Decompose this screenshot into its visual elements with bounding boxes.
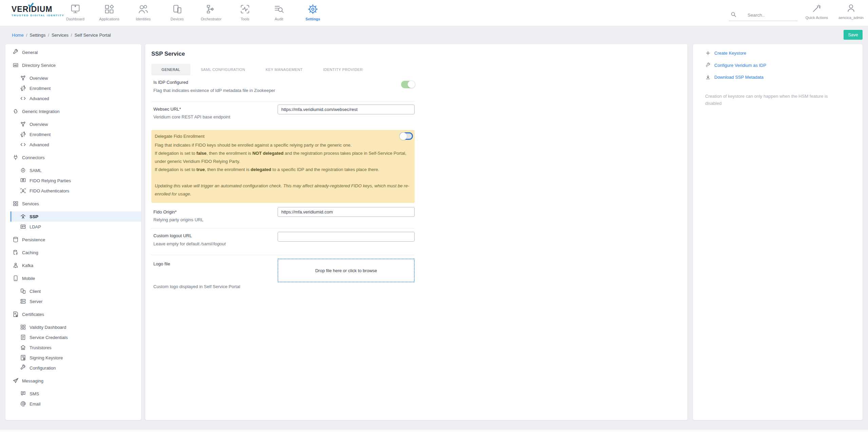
breadcrumb-services[interactable]: Services (52, 33, 69, 38)
sidebar-item-caching[interactable]: Caching (10, 247, 141, 258)
home-lock-icon (20, 344, 26, 351)
sidebar-item-saml[interactable]: SAML (10, 165, 141, 175)
quick-actions-button[interactable]: Quick Actions (801, 3, 832, 20)
sidebar-item-fido-authenticators[interactable]: FIDO Authenticators (10, 186, 141, 196)
ad-box-icon: AD (12, 62, 19, 69)
sidebar-item-connectors[interactable]: Connectors (10, 152, 141, 163)
breadcrumb-separator: / (26, 33, 27, 38)
tab-general[interactable]: GENERAL (151, 64, 190, 75)
is-idp-toggle[interactable] (401, 81, 415, 88)
sidebar-item-client[interactable]: Client (10, 286, 141, 296)
sidebar-item-fido-relying-parties[interactable]: FIDO Relying Parties (10, 175, 141, 186)
nav-label: Settings (296, 17, 330, 21)
id-card-icon (20, 223, 26, 230)
delegate-description-line: Flag that indicates if FIDO keys should … (155, 141, 410, 149)
sidebar-item-mobile[interactable]: Mobile (10, 273, 141, 283)
breadcrumb-settings[interactable]: Settings (30, 33, 45, 38)
people-icon (137, 3, 149, 15)
ssp-service-panel: SSP Service GENERALSAML CONFIGURATIONKEY… (145, 44, 687, 420)
nav-item-settings[interactable]: Settings (296, 0, 330, 26)
configure-veridium-as-idp-link[interactable]: Configure Veridium as IDP (705, 62, 766, 68)
custom-logout-input[interactable] (278, 232, 415, 242)
tab-identity-provider[interactable]: IDENTITY PROVIDER (313, 64, 373, 75)
nav-item-applications[interactable]: Applications (92, 0, 126, 26)
grid4-icon (20, 324, 26, 331)
logo-file-label: Logo file (153, 261, 170, 266)
sidebar-item-persistence[interactable]: Persistence (10, 234, 141, 245)
nav-item-identities[interactable]: Identities (126, 0, 160, 26)
sidebar-item-email[interactable]: Email (10, 399, 141, 409)
tab-saml-configuration[interactable]: SAML CONFIGURATION (190, 64, 255, 75)
logo-wordmark: VERIDIUM (12, 5, 64, 14)
fido-origin-description: Relying party origins URL (153, 217, 203, 222)
wrench-icon (20, 364, 26, 371)
text-segment: NOT delegated (252, 151, 284, 156)
sidebar-item-messaging[interactable]: Messaging (10, 376, 141, 386)
sidebar-item-label: Validity Dashboard (30, 325, 66, 330)
save-button[interactable]: Save (844, 30, 863, 40)
screen-lock-icon (20, 177, 26, 184)
sidebar-item-label: Signing Keystore (30, 355, 63, 360)
sidebar-item-kafka[interactable]: Kafka (10, 260, 141, 270)
search-input[interactable] (748, 10, 795, 20)
download-ssp-metadata-link[interactable]: Download SSP Metadata (705, 74, 763, 80)
sidebar-item-label: Server (30, 299, 42, 304)
text-segment: delegated (251, 167, 271, 172)
sidebar-item-ssp[interactable]: SSP (10, 211, 141, 222)
top-navbar: VERIDIUM TRUSTED DIGITAL IDENTITY Dashbo… (0, 0, 868, 26)
sidebar-item-advanced[interactable]: Advanced (10, 139, 141, 150)
nav-label: Tools (228, 17, 262, 21)
sidebar-item-label: Enrollment (30, 132, 51, 137)
sidebar-item-label: FIDO Relying Parties (30, 178, 71, 183)
sidebar-item-label: Generic Integration (22, 109, 60, 114)
sidebar-item-ldap[interactable]: LDAP (10, 222, 141, 232)
page-title: SSP Service (151, 51, 185, 57)
nav-label: Devices (160, 17, 194, 21)
sidebar-item-directory-service[interactable]: ADDirectory Service (10, 60, 141, 70)
sidebar-item-certificates[interactable]: Certificates (10, 309, 141, 319)
websec-url-input[interactable] (278, 105, 415, 114)
websec-url-label: Websec URL* (153, 107, 181, 112)
delegate-fido-toggle[interactable] (399, 132, 413, 140)
create-keystore-link[interactable]: Create Keystore (705, 50, 746, 56)
sidebar-item-label: Configuration (30, 365, 56, 371)
divider (151, 228, 415, 228)
sidebar-item-overview[interactable]: Overview (10, 119, 141, 129)
nav-item-audit[interactable]: Audit (262, 0, 296, 26)
sidebar-item-label: Advanced (30, 142, 49, 147)
text-segment: Leave empty for default (153, 241, 201, 246)
sidebar-item-enrollment[interactable]: Enrollment (10, 129, 141, 139)
sidebar-item-sms[interactable]: SMS (10, 389, 141, 399)
sidebar-item-generic-integration[interactable]: Generic Integration (10, 106, 141, 116)
sidebar-item-overview[interactable]: Overview (10, 73, 141, 83)
sidebar-item-server[interactable]: Server (10, 296, 141, 306)
logo-file-dropzone[interactable]: Drop file here or click to browse (278, 259, 415, 282)
sidebar-item-advanced[interactable]: Advanced (10, 93, 141, 104)
sidebar-item-signing-keystore[interactable]: Signing Keystore (10, 353, 141, 363)
user-menu[interactable]: aencica_admin (835, 3, 867, 20)
sidebar-item-validity-dashboard[interactable]: Validity Dashboard (10, 322, 141, 332)
nav-item-devices[interactable]: Devices (160, 0, 194, 26)
breadcrumb-home[interactable]: Home (12, 33, 24, 38)
magic-wand-icon (812, 3, 822, 13)
nav-item-dashboard[interactable]: Dashboard (58, 0, 92, 26)
sidebar-item-truststores[interactable]: Truststores (10, 342, 141, 353)
text-segment: , then the enrollment is (207, 151, 252, 156)
sidebar-item-label: SAML (30, 168, 41, 173)
veridium-logo[interactable]: VERIDIUM TRUSTED DIGITAL IDENTITY (12, 5, 64, 17)
download-icon (705, 74, 711, 80)
devices-icon (171, 3, 183, 15)
fido-origin-input[interactable] (278, 207, 415, 217)
grid-apps-icon (103, 3, 115, 15)
sidebar-item-services[interactable]: Services (10, 199, 141, 209)
sidebar-item-configuration[interactable]: Configuration (10, 363, 141, 373)
sidebar-item-enrollment[interactable]: Enrollment (10, 83, 141, 93)
text-segment: false (196, 151, 207, 156)
nav-item-tools[interactable]: Tools (228, 0, 262, 26)
logo-file-description: Custom logo displayed in Self Service Po… (153, 284, 240, 289)
nav-item-orchestrator[interactable]: Orchestrator (194, 0, 228, 26)
sidebar-item-general[interactable]: General (10, 47, 141, 57)
sidebar-item-service-credentials[interactable]: Service Credentials (10, 332, 141, 342)
tab-key-management[interactable]: KEY MANAGEMENT (256, 64, 313, 75)
sidebar-item-label: Services (22, 201, 39, 206)
